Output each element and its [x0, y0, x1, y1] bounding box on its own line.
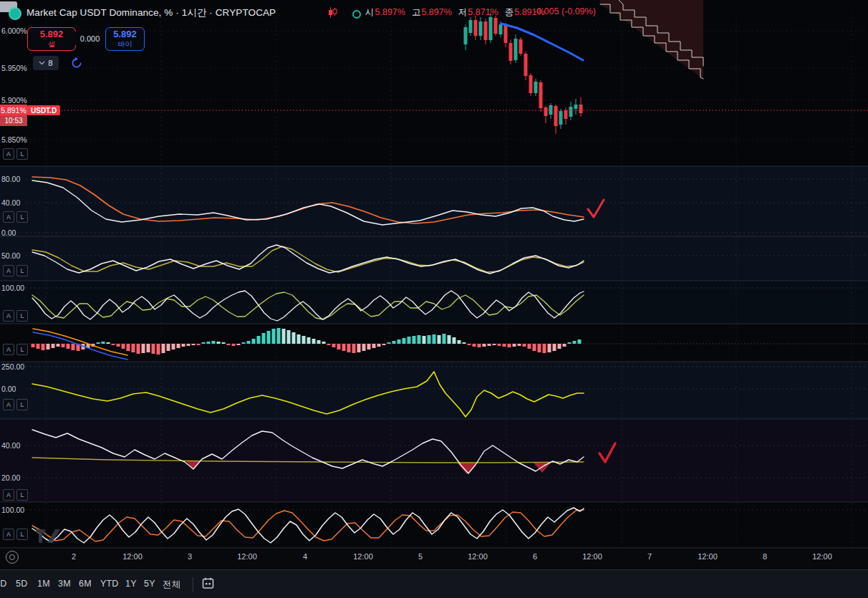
macd-histogram-bar — [533, 344, 536, 351]
macd-histogram-bar — [357, 344, 361, 352]
scale-auto-button[interactable]: A — [3, 489, 14, 501]
macd-histogram-bar — [347, 344, 351, 352]
pane-background — [0, 362, 868, 419]
macd-histogram-bar — [397, 339, 401, 344]
buy-price: 5.892 — [113, 29, 137, 40]
range-button-1Y[interactable]: 1Y — [125, 579, 137, 589]
range-button-1M[interactable]: 1M — [37, 579, 50, 589]
candle-body — [544, 107, 548, 116]
macd-histogram-bar — [352, 344, 356, 353]
macd-histogram-bar — [372, 344, 376, 348]
macd-histogram-bar — [443, 334, 446, 344]
macd-histogram-bar — [463, 342, 466, 344]
calendar-icon[interactable] — [202, 577, 214, 592]
macd-histogram-bar — [177, 344, 180, 348]
macd-histogram-bar — [147, 344, 150, 352]
bottom-toolbar: 1D5D1M3M6MYTD1Y5Y전체 — [0, 569, 868, 598]
sell-price: 5.892 — [40, 29, 64, 40]
candle-body — [554, 106, 558, 126]
range-button-5D[interactable]: 5D — [16, 579, 27, 589]
buy-button[interactable]: 5.892 바이 — [105, 27, 145, 51]
scale-log-button[interactable]: L — [16, 148, 28, 160]
scale-log-button[interactable]: L — [16, 310, 28, 322]
scale-auto-button[interactable]: A — [3, 529, 14, 540]
time-axis-label: 12:00 — [582, 552, 602, 561]
scale-auto-button[interactable]: A — [3, 344, 14, 355]
macd-histogram-bar — [202, 342, 206, 344]
candle-body — [564, 110, 568, 119]
macd-histogram-bar — [513, 344, 516, 347]
macd-histogram-bar — [543, 344, 546, 353]
candle-body — [469, 20, 473, 33]
macd-histogram-bar — [428, 335, 431, 344]
macd-histogram-bar — [137, 344, 140, 354]
macd-histogram-bar — [52, 344, 55, 348]
chart-canvas[interactable] — [0, 0, 868, 598]
macd-histogram-bar — [197, 344, 201, 345]
scale-log-button[interactable]: L — [16, 344, 28, 355]
scale-log-button[interactable]: L — [16, 399, 28, 410]
scale-log-button[interactable]: L — [16, 265, 28, 276]
macd-histogram-bar — [257, 336, 261, 344]
time-axis-label: 3 — [188, 552, 192, 561]
macd-histogram-bar — [423, 336, 426, 344]
macd-histogram-bar — [493, 344, 496, 345]
macd-histogram-bar — [67, 344, 70, 349]
symbol-header: Market Cap USDT Dominance, % · 1시간 · CRY… — [0, 0, 868, 21]
price-scale-label: 40.00 — [1, 441, 20, 450]
macd-histogram-bar — [287, 330, 291, 344]
interval-dropdown[interactable]: 8 — [33, 56, 59, 70]
macd-histogram-bar — [518, 344, 521, 346]
price-scale-label: 250.00 — [1, 362, 24, 371]
candle-body — [559, 111, 563, 125]
scale-auto-button[interactable]: A — [3, 265, 14, 276]
refresh-icon[interactable] — [70, 57, 83, 69]
pane-scale-button-group: AL — [3, 529, 28, 540]
macd-histogram-bar — [232, 344, 236, 346]
scale-auto-button[interactable]: A — [3, 310, 14, 322]
candle-body — [509, 43, 513, 61]
pane-scale-button-group: AL — [3, 310, 28, 322]
macd-histogram-bar — [317, 340, 321, 344]
pane-scale-button-group: AL — [3, 148, 28, 160]
candle-body — [464, 27, 468, 44]
macd-histogram-bar — [72, 344, 75, 350]
scale-log-button[interactable]: L — [16, 529, 28, 540]
price-scale-label: 5.950% — [1, 64, 27, 72]
scale-auto-button[interactable]: A — [3, 399, 14, 410]
macd-histogram-bar — [322, 342, 326, 344]
macd-histogram-bar — [112, 344, 115, 345]
symbol-title[interactable]: Market Cap USDT Dominance, % · 1시간 · CRY… — [26, 6, 276, 19]
scale-log-button[interactable]: L — [16, 211, 28, 223]
price-scale-label: 5.850% — [1, 135, 27, 144]
candle-body — [579, 105, 583, 113]
time-axis-label: 5 — [418, 552, 423, 561]
macd-histogram-bar — [272, 329, 276, 344]
pane-background — [0, 236, 868, 281]
ohlc-item-0: 시5.897% — [365, 6, 405, 19]
scale-auto-button[interactable]: A — [3, 211, 14, 223]
range-button-5Y[interactable]: 5Y — [144, 579, 155, 589]
last-price-tag: 5.891% — [0, 105, 27, 115]
price-scale-label: 40.00 — [1, 198, 20, 207]
scale-log-button[interactable]: L — [16, 489, 28, 501]
range-button-1D[interactable]: 1D — [0, 579, 6, 589]
macd-histogram-bar — [142, 344, 145, 353]
range-button-전체[interactable]: 전체 — [163, 579, 180, 591]
macd-histogram-bar — [117, 344, 120, 347]
candle-chart-icon[interactable] — [328, 7, 337, 21]
macd-histogram-bar — [478, 344, 481, 347]
macd-histogram-bar — [488, 344, 491, 346]
range-button-3M[interactable]: 3M — [58, 579, 71, 589]
macd-histogram-bar — [392, 341, 396, 344]
trading-chart-window: Market Cap USDT Dominance, % · 1시간 · CRY… — [0, 0, 868, 598]
target-icon[interactable] — [6, 551, 19, 564]
macd-histogram-bar — [558, 344, 561, 349]
candle-body — [519, 39, 523, 54]
range-button-YTD[interactable]: YTD — [100, 579, 119, 589]
scale-auto-button[interactable]: A — [3, 148, 14, 160]
ohlc-item-2: 저5.871% — [458, 6, 498, 19]
range-button-6M[interactable]: 6M — [79, 579, 92, 589]
pane-scale-button-group: AL — [3, 211, 28, 223]
sell-button[interactable]: 5.892 셀 — [27, 27, 76, 51]
